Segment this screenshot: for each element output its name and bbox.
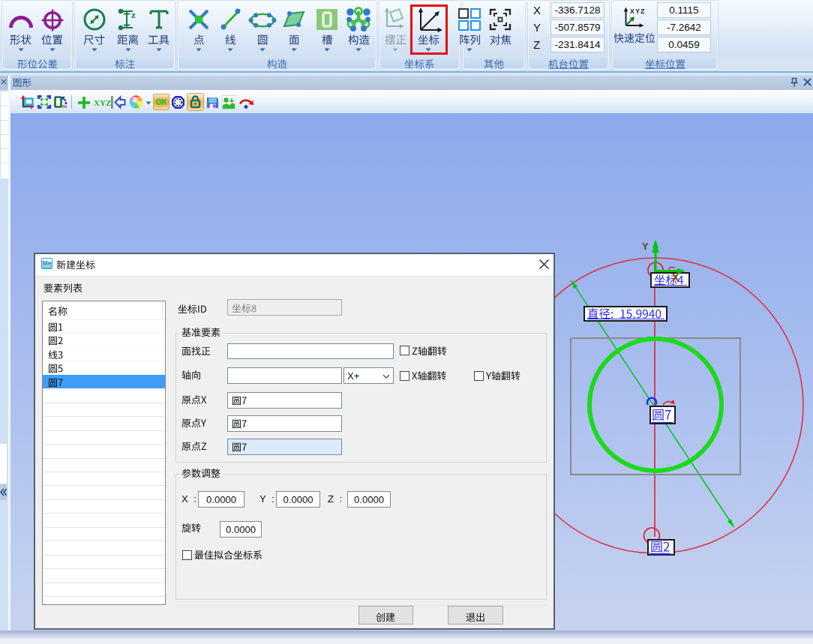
svg-text:XYZ: XYZ xyxy=(94,98,111,107)
svg-text:XYZ: XYZ xyxy=(630,7,646,15)
svg-text:z: z xyxy=(131,9,136,20)
